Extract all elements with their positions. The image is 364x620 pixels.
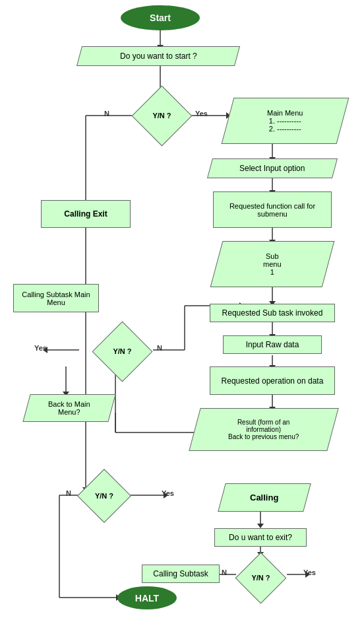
submenu-label: Sub menu 1	[263, 252, 282, 276]
requestedop-label: Requested operation on data	[222, 376, 324, 386]
callingexit-label: Calling Exit	[64, 209, 107, 219]
diamond2-wrap: Y/N ?	[86, 328, 158, 374]
flowchart: Start Do you want to start ? Y/N ? N Yes…	[0, 0, 364, 620]
diamond2: Y/N ?	[92, 321, 152, 382]
n3-label: N	[66, 489, 71, 497]
diamond4: Y/N ?	[235, 553, 287, 604]
submenu-shape: Sub menu 1	[210, 241, 335, 287]
diamond2-label: Y/N ?	[113, 347, 131, 356]
callingsubtask-label: Calling Subtask	[153, 569, 208, 578]
svg-marker-33	[257, 524, 264, 528]
start-label: Start	[150, 13, 171, 23]
backtomain-shape: Back to Main Menu?	[22, 394, 115, 422]
selectinput-shape: Select Input option	[207, 158, 338, 178]
calling-shape: Calling	[218, 483, 311, 512]
diamond1: Y/N ?	[131, 85, 192, 146]
callingsubtask-shape: Calling Subtask	[142, 565, 220, 583]
backtomain-label: Back to Main Menu?	[48, 400, 90, 416]
diamond3-wrap: Y/N ?	[78, 474, 131, 518]
calling-label: Calling	[250, 493, 278, 502]
question1-shape: Do you want to start ?	[76, 46, 240, 66]
diamond1-label: Y/N ?	[152, 111, 171, 120]
callingsubtaskmain-shape: Calling Subtask Main Menu	[13, 284, 99, 312]
inputrawdata-shape: Input Raw data	[223, 335, 322, 354]
diamond4-wrap: Y/N ?	[236, 557, 286, 600]
result-shape: Result (form of an information) Back to …	[189, 408, 338, 451]
question1-label: Do you want to start ?	[120, 52, 197, 61]
n2-label: N	[157, 344, 162, 352]
yes2-label: Yes	[34, 344, 47, 352]
selectinput-label: Select Input option	[239, 164, 305, 173]
n4-label: N	[222, 568, 227, 576]
mainmenu-label: Main Menu 1. ---------- 2. ----------	[267, 109, 303, 133]
n1-label: N	[104, 110, 109, 118]
requestedsubtask-shape: Requested Sub task invoked	[210, 304, 335, 322]
diamond4-label: Y/N ?	[251, 573, 270, 582]
halt-shape: HALT	[117, 586, 177, 609]
requestedfn-shape: Requested function call for submenu	[213, 191, 332, 228]
diamond1-wrap: Y/N ?	[125, 92, 198, 139]
callingsubtaskmain-label: Calling Subtask Main Menu	[14, 291, 98, 306]
requestedfn-label: Requested function call for submenu	[214, 202, 331, 218]
callingexit-shape: Calling Exit	[41, 200, 131, 228]
yes3-label: Yes	[162, 489, 174, 497]
result-label: Result (form of an information) Back to …	[228, 419, 299, 440]
douwantexit-label: Do u want to exit?	[229, 533, 292, 542]
douwantexit-shape: Do u want to exit?	[214, 528, 307, 547]
inputrawdata-label: Input Raw data	[246, 340, 299, 349]
requestedop-shape: Requested operation on data	[210, 366, 335, 395]
mainmenu-shape: Main Menu 1. ---------- 2. ----------	[222, 98, 349, 144]
yes4-label: Yes	[303, 568, 316, 576]
requestedsubtask-label: Requested Sub task invoked	[222, 308, 323, 318]
diamond3-label: Y/N ?	[95, 491, 113, 500]
yes1-label: Yes	[195, 110, 208, 118]
halt-label: HALT	[135, 593, 159, 603]
diamond3: Y/N ?	[77, 469, 131, 523]
start-shape: Start	[121, 5, 200, 30]
